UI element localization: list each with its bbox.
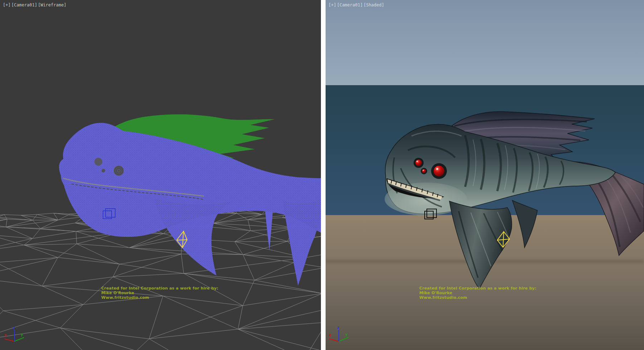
fish-body-wireframe[interactable] xyxy=(59,123,321,286)
viewport-menu-general[interactable]: [+] xyxy=(328,3,336,8)
viewport-wireframe[interactable]: [+][Camera01][Wireframe] xyxy=(0,0,321,350)
axis-tripod: x y z xyxy=(4,325,24,341)
axis-z-label: z xyxy=(13,325,15,330)
viewport-shaded[interactable]: [+][Camera01][Shaded] xyxy=(326,0,644,350)
fish-pelvic-fin-shaded[interactable] xyxy=(449,201,512,288)
fish-eye-large xyxy=(434,166,444,176)
fish-fin-spike-wireframe[interactable] xyxy=(265,208,273,251)
viewport-menu-pov[interactable]: [Camera01] xyxy=(11,3,37,8)
axis-y-label: y xyxy=(21,332,23,337)
viewport-label-right: [+][Camera01][Shaded] xyxy=(328,3,385,8)
watermark-left: Created for Intel Corporation as a work … xyxy=(101,286,218,300)
axis-x-label: x xyxy=(329,333,331,337)
fish-eye-tiny xyxy=(422,169,426,173)
viewport-split-container: [+][Camera01][Wireframe] xyxy=(0,0,644,350)
axis-tripod: x y z xyxy=(329,325,348,341)
fish-secondary-fin-shaded[interactable] xyxy=(512,200,537,248)
watermark-right: Created for Intel Corporation as a work … xyxy=(419,286,536,300)
axis-y-label: y xyxy=(345,332,348,337)
fish-eye-small xyxy=(415,160,422,166)
viewport-menu-shading[interactable]: [Shaded] xyxy=(364,3,384,8)
axis-x-label: x xyxy=(4,333,7,337)
viewport-menu-pov[interactable]: [Camera01] xyxy=(337,3,363,8)
axis-z-label: z xyxy=(337,325,340,330)
viewport-menu-shading[interactable]: [Wireframe] xyxy=(38,3,66,8)
viewport-label-left: [+][Camera01][Wireframe] xyxy=(3,3,67,8)
viewport-menu-general[interactable]: [+] xyxy=(3,3,11,8)
viewport-splitter[interactable] xyxy=(321,0,326,350)
